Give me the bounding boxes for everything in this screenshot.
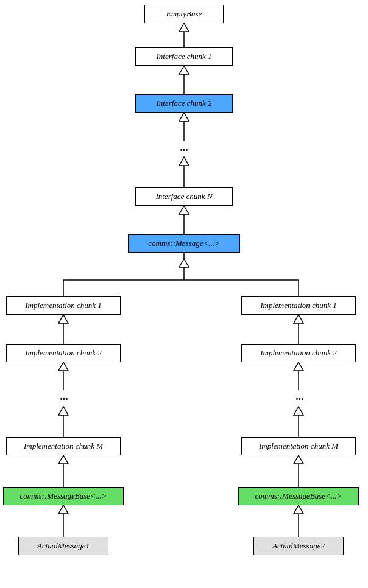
- dots-right: ...: [291, 390, 309, 403]
- svg-marker-32: [294, 455, 303, 464]
- impl-chunk2-left-node: Implementation chunk 2: [6, 344, 121, 362]
- svg-marker-14: [179, 259, 189, 267]
- svg-marker-22: [58, 455, 68, 464]
- svg-marker-3: [179, 66, 189, 74]
- impl-chunk2-right-node: Implementation chunk 2: [241, 344, 356, 362]
- impl-chunk1-right-node: Implementation chunk 1: [241, 296, 356, 315]
- svg-marker-26: [294, 315, 303, 323]
- svg-marker-18: [58, 362, 68, 371]
- svg-marker-30: [294, 407, 303, 415]
- uml-diagram: EmptyBase Interface chunk 1 Interface ch…: [0, 0, 368, 588]
- actual-msg2-node: ActualMessage2: [253, 537, 344, 555]
- svg-marker-24: [58, 505, 68, 514]
- comms-msg-node: comms::Message<...>: [128, 234, 240, 253]
- impl-chunkM-left-node: Implementation chunk M: [6, 437, 121, 455]
- empty-base-node: EmptyBase: [144, 5, 224, 23]
- svg-marker-7: [179, 157, 189, 166]
- actual-msg1-node: ActualMessage1: [18, 537, 108, 555]
- svg-marker-5: [179, 113, 189, 121]
- if-chunk2-node: Interface chunk 2: [135, 94, 233, 113]
- svg-marker-34: [294, 505, 303, 514]
- svg-marker-16: [58, 315, 68, 323]
- impl-chunkM-right-node: Implementation chunk M: [241, 437, 356, 455]
- dots-left: ...: [55, 390, 73, 403]
- comms-msgbase-right-node: comms::MessageBase<...>: [238, 487, 359, 505]
- if-chunkN-node: Interface chunk N: [135, 187, 233, 206]
- if-chunk1-node: Interface chunk 1: [135, 47, 233, 66]
- svg-marker-9: [179, 206, 189, 214]
- svg-marker-28: [294, 362, 303, 371]
- svg-marker-20: [58, 407, 68, 415]
- comms-msgbase-left-node: comms::MessageBase<...>: [3, 487, 124, 505]
- svg-marker-1: [179, 23, 189, 32]
- impl-chunk1-left-node: Implementation chunk 1: [6, 296, 121, 315]
- dots-center: ...: [175, 141, 193, 154]
